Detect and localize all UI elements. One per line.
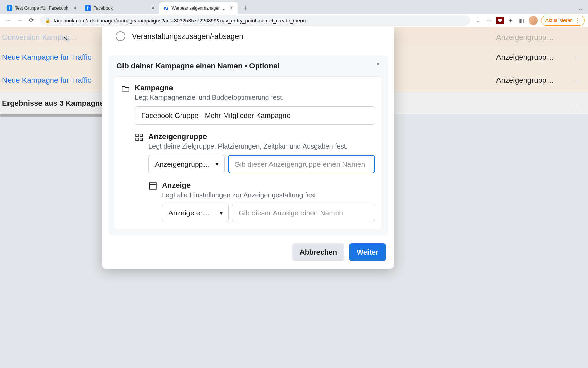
extensions-puzzle-icon[interactable]: ✦ bbox=[507, 17, 514, 24]
tab-close-icon[interactable]: ✕ bbox=[150, 5, 156, 11]
caret-down-icon: ▼ bbox=[215, 162, 219, 167]
back-button[interactable]: ← bbox=[3, 16, 13, 25]
objective-radio-row[interactable]: Veranstaltungszusagen/-absagen bbox=[116, 31, 380, 42]
meta-favicon-icon bbox=[163, 5, 169, 11]
adset-cell: Anzeigengrupp… bbox=[496, 53, 561, 62]
facebook-favicon-icon: f bbox=[85, 5, 91, 11]
radio-unchecked-icon[interactable] bbox=[116, 31, 125, 41]
address-bar[interactable]: 🔒 facebook.com/adsmanager/manage/campaig… bbox=[40, 15, 470, 26]
cancel-button[interactable]: Abbrechen bbox=[292, 243, 345, 261]
adset-select[interactable]: Anzeigengrupp… ▼ bbox=[148, 155, 225, 173]
adset-name-input[interactable] bbox=[228, 155, 375, 173]
radio-label: Veranstaltungszusagen/-absagen bbox=[132, 31, 243, 42]
tab-title: Facebook bbox=[93, 5, 148, 11]
svg-rect-2 bbox=[136, 138, 138, 141]
tab-close-icon[interactable]: ✕ bbox=[229, 5, 234, 11]
tab-overflow-icon[interactable]: ⌄ bbox=[578, 6, 588, 11]
side-panel-icon[interactable]: ◧ bbox=[518, 17, 525, 24]
create-campaign-modal: Veranstaltungszusagen/-absagen Gib deine… bbox=[102, 27, 394, 269]
browser-tab[interactable]: f Test Gruppe #1 | Facebook ✕ bbox=[3, 2, 81, 14]
continue-button[interactable]: Weiter bbox=[349, 243, 386, 261]
install-icon[interactable]: ⤓ bbox=[474, 17, 482, 24]
campaign-link[interactable]: Conversion Kampag... bbox=[0, 33, 76, 42]
caret-down-icon: ▼ bbox=[219, 210, 224, 216]
section-header[interactable]: Gib deiner Kampagne einen Namen • Option… bbox=[108, 56, 388, 77]
tab-title: Test Gruppe #1 | Facebook bbox=[15, 5, 69, 11]
section-title: Gib deiner Kampagne einen Namen • Option… bbox=[116, 62, 280, 71]
update-button-label: Aktualisieren bbox=[545, 18, 573, 23]
ad-level: Anzeige Legt alle Einstellungen zur Anze… bbox=[135, 181, 375, 222]
adblock-extension-icon[interactable] bbox=[496, 17, 504, 24]
adset-cell: Anzeigengrupp… bbox=[496, 33, 561, 42]
reload-button[interactable]: ⟳ bbox=[27, 16, 36, 25]
url-text: facebook.com/adsmanager/manage/campaigns… bbox=[54, 18, 306, 24]
tab-title: Werbeanzeigenmanager - Wer bbox=[172, 5, 226, 11]
chevron-up-icon[interactable]: ˄ bbox=[376, 62, 380, 70]
campaign-link[interactable]: Neue Kampagne für Traffic bbox=[0, 53, 92, 62]
select-value: Anzeige er… bbox=[168, 209, 210, 217]
profile-avatar[interactable] bbox=[529, 16, 538, 25]
menu-dots-icon: ⋮ bbox=[575, 17, 580, 24]
adset-level: Anzeigengruppe Legt deine Zielgruppe, Pl… bbox=[121, 132, 375, 173]
adset-title: Anzeigengruppe bbox=[148, 132, 375, 141]
browser-toolbar: ← → ⟳ 🔒 facebook.com/adsmanager/manage/c… bbox=[0, 14, 588, 27]
forward-button[interactable]: → bbox=[15, 16, 24, 25]
svg-rect-4 bbox=[149, 183, 156, 189]
new-tab-button[interactable]: + bbox=[240, 3, 250, 13]
campaign-name-input[interactable] bbox=[135, 106, 375, 125]
browser-tab[interactable]: f Facebook ✕ bbox=[81, 2, 159, 14]
dash-cell: – bbox=[575, 52, 580, 62]
ad-desc: Legt alle Einstellungen zur Anzeigengest… bbox=[162, 191, 375, 199]
results-summary: Ergebnisse aus 3 Kampagnen i bbox=[0, 99, 119, 108]
dash-cell: – bbox=[575, 76, 580, 85]
adset-desc: Legt deine Zielgruppe, Platzierungen, Ze… bbox=[148, 142, 375, 150]
svg-rect-3 bbox=[140, 138, 143, 141]
modal-footer: Abbrechen Weiter bbox=[102, 236, 394, 261]
browser-update-button[interactable]: Aktualisieren ⋮ bbox=[541, 16, 585, 26]
adset-cell: Anzeigengrupp… bbox=[496, 76, 561, 85]
select-value: Anzeigengrupp… bbox=[155, 160, 210, 168]
ad-select[interactable]: Anzeige er… ▼ bbox=[162, 204, 229, 222]
campaign-link[interactable]: Neue Kampagne für Traffic bbox=[0, 76, 92, 85]
facebook-favicon-icon: f bbox=[7, 5, 12, 11]
campaign-desc: Legt Kampagnenziel und Budgetoptimierung… bbox=[135, 94, 375, 102]
svg-rect-1 bbox=[140, 134, 143, 137]
lock-icon: 🔒 bbox=[45, 18, 50, 23]
ad-title: Anzeige bbox=[162, 181, 375, 190]
svg-rect-0 bbox=[136, 134, 138, 137]
folder-icon bbox=[121, 84, 130, 93]
browser-tab-strip: f Test Gruppe #1 | Facebook ✕ f Facebook… bbox=[0, 0, 588, 14]
ad-icon bbox=[148, 182, 157, 190]
dash-cell: – bbox=[575, 98, 580, 108]
ad-name-input[interactable] bbox=[232, 204, 375, 222]
bookmark-star-icon[interactable]: ☆ bbox=[485, 17, 493, 24]
name-campaign-section: Gib deiner Kampagne einen Namen • Option… bbox=[108, 56, 388, 236]
campaign-level: Kampagne Legt Kampagnenziel und Budgetop… bbox=[121, 83, 375, 125]
browser-tab-active[interactable]: Werbeanzeigenmanager - Wer ✕ bbox=[159, 2, 238, 14]
page-content: Conversion Kampag... Anzeigengrupp… Neue… bbox=[0, 27, 588, 368]
campaign-title: Kampagne bbox=[135, 83, 375, 92]
tab-close-icon[interactable]: ✕ bbox=[72, 5, 78, 11]
grid-icon bbox=[135, 133, 144, 142]
